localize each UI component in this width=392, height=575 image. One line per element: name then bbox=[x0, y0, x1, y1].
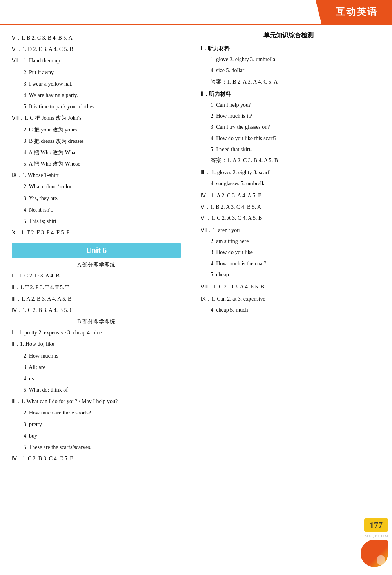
right-III-title: Ⅲ． 1. gloves 2. eighty 3. scarf bbox=[201, 168, 380, 177]
main-content: Ⅴ．1. B 2. C 3. B 4. B 5. A Ⅵ．1. D 2. E 3… bbox=[0, 0, 392, 481]
IX-3: 3. Yes, they are. bbox=[24, 193, 181, 203]
X-label: Ⅹ． bbox=[12, 230, 21, 235]
section-IX-1: Ⅸ．1. Whose T-shirt bbox=[12, 170, 181, 180]
unit6-sec-a: A 部分即学即练 bbox=[12, 261, 181, 268]
VIII-5: 5. A 把 Who 改为 Whose bbox=[24, 159, 181, 169]
right-VII-4: 4. How much is the coat? bbox=[211, 259, 380, 268]
unit6-bII-2: 2. How much is bbox=[24, 351, 181, 361]
VIII-4: 4. A 把 Who 改为 What bbox=[24, 148, 181, 157]
right-II-3: 3. Can I try the glasses on? bbox=[211, 122, 380, 132]
right-VII-5: 5. cheap bbox=[211, 270, 380, 279]
right-VII-1: Ⅶ．1. aren't you bbox=[201, 225, 380, 235]
right-II-4: 4. How do you like this scarf? bbox=[211, 133, 380, 143]
unit6-bIII-4: 4. buy bbox=[24, 431, 181, 441]
banner-text: 互动英语 bbox=[336, 5, 378, 18]
VII-2: 2. Put it away. bbox=[24, 68, 181, 77]
VII-1-content: 1. Hand them up. bbox=[24, 58, 62, 64]
VI-content: 1. D 2. E 3. A 4. C 5. B bbox=[22, 46, 73, 52]
bottom-right: 177 MXQE.COM bbox=[361, 518, 388, 567]
VI-label: Ⅵ． bbox=[12, 46, 22, 52]
section-V: Ⅴ．1. B 2. C 3. B 4. B 5. A bbox=[12, 33, 181, 43]
unit6-II: Ⅱ．1. T 2. F 3. T 4. T 5. T bbox=[12, 283, 181, 292]
VIII-2: 2. C 把 your 改为 yours bbox=[24, 125, 181, 135]
right-V: Ⅴ．1. B 2. A 3. C 4. B 5. A bbox=[201, 202, 380, 212]
IX-5: 5. This is; shirt bbox=[24, 216, 181, 226]
section-VIII-1: Ⅷ．1. C 把 Johns 改为 John's bbox=[12, 113, 181, 123]
right-IV: Ⅳ．1. A 2. C 3. A 4. A 5. B bbox=[201, 191, 380, 201]
unit6-bII-3: 3. All; are bbox=[24, 362, 181, 372]
right-II-2: 2. How much is it? bbox=[211, 111, 380, 121]
right-VII-2: 2. am sitting here bbox=[211, 236, 380, 246]
right-I-title: Ⅰ．听力材料 bbox=[201, 44, 380, 53]
page-number: 177 bbox=[364, 518, 388, 532]
right-IX-2: 4. cheap 5. much bbox=[211, 305, 380, 315]
unit6-I: Ⅰ．1. C 2. D 3. A 4. B bbox=[12, 271, 181, 281]
unit6-bIV: Ⅳ．1. C 2. B 3. C 4. C 5. B bbox=[12, 454, 181, 464]
right-VIII: Ⅷ．1. C 2. D 3. A 4. E 5. B bbox=[201, 282, 380, 292]
right-II-1: 1. Can I help you? bbox=[211, 100, 380, 110]
right-main-title: 单元知识综合检测 bbox=[197, 31, 380, 40]
right-III-2: 4. sunglasses 5. umbrella bbox=[211, 179, 380, 188]
right-column: 单元知识综合检测 Ⅰ．听力材料 1. glove 2. eighty 3. um… bbox=[189, 31, 380, 465]
watermark: MXQE.COM bbox=[365, 533, 388, 538]
right-II-answer: 答案：1. A 2. C 3. B 4. A 5. B bbox=[211, 155, 380, 165]
unit6-IV: Ⅳ．1. C 2. B 3. A 4. B 5. C bbox=[12, 305, 181, 315]
right-VII-3: 3. How do you like bbox=[211, 247, 380, 257]
orange-line bbox=[0, 24, 392, 25]
right-IX-1: Ⅸ．1. Can 2. at 3. expensive bbox=[201, 294, 380, 304]
unit6-bIII-3: 3. pretty bbox=[24, 420, 181, 429]
VIII-3: 3. B 把 dresss 改为 dresses bbox=[24, 136, 181, 146]
unit6-III: Ⅲ．1. A 2. B 3. A 4. A 5. B bbox=[12, 294, 181, 304]
V-content: 1. B 2. C 3. B 4. B 5. A bbox=[21, 35, 73, 41]
top-banner: 互动英语 bbox=[321, 0, 392, 24]
unit6-bII-5: 5. What do; think of bbox=[24, 385, 181, 395]
VIII-label: Ⅷ． bbox=[12, 115, 24, 121]
unit6-bIII-2: 2. How much are these shorts? bbox=[24, 408, 181, 418]
VII-4: 4. We are having a party. bbox=[24, 90, 181, 100]
unit6-sec-b: B 部分即学即练 bbox=[12, 318, 181, 325]
section-VII-1: Ⅶ．1. Hand them up. bbox=[12, 56, 181, 66]
unit6-box: Unit 6 bbox=[12, 243, 181, 258]
IX-label: Ⅸ． bbox=[12, 172, 22, 178]
unit6-bI: Ⅰ．1. pretty 2. expensive 3. cheap 4. nic… bbox=[12, 328, 181, 338]
right-II-5: 5. I need that skirt. bbox=[211, 144, 380, 154]
unit6-bII-1: Ⅱ．1. How do; like bbox=[12, 339, 181, 349]
right-I-1: 1. glove 2. eighty 3. umbrella bbox=[211, 55, 380, 64]
section-X: Ⅹ．1. T 2. F 3. F 4. F 5. F bbox=[12, 228, 181, 237]
left-column: Ⅴ．1. B 2. C 3. B 4. B 5. A Ⅵ．1. D 2. E 3… bbox=[12, 31, 189, 465]
unit6-bII-4: 4. us bbox=[24, 374, 181, 383]
VII-3: 3. I wear a yellow hat. bbox=[24, 79, 181, 89]
unit6-bIII-1: Ⅲ．1. What can I do for you? / May I help… bbox=[12, 396, 181, 406]
right-II-title: Ⅱ．听力材料 bbox=[201, 89, 380, 99]
section-VI: Ⅵ．1. D 2. E 3. A 4. C 5. B bbox=[12, 44, 181, 54]
VII-label: Ⅶ． bbox=[12, 58, 24, 64]
right-I-2: 4. size 5. dollar bbox=[211, 66, 380, 75]
mascot bbox=[361, 540, 388, 567]
right-VI: Ⅵ．1. C 2. A 3. C 4. A 5. B bbox=[201, 213, 380, 223]
VII-5: 5. It is time to pack your clothes. bbox=[24, 102, 181, 111]
IX-2: 2. What colour / color bbox=[24, 182, 181, 192]
IX-4: 4. No, it isn't. bbox=[24, 205, 181, 215]
V-label: Ⅴ． bbox=[12, 35, 21, 41]
unit6-bIII-5: 5. These are the scarfs/scarves. bbox=[24, 442, 181, 452]
right-I-answer: 答案：1. B 2. A 3. A 4. C 5. A bbox=[211, 77, 380, 87]
